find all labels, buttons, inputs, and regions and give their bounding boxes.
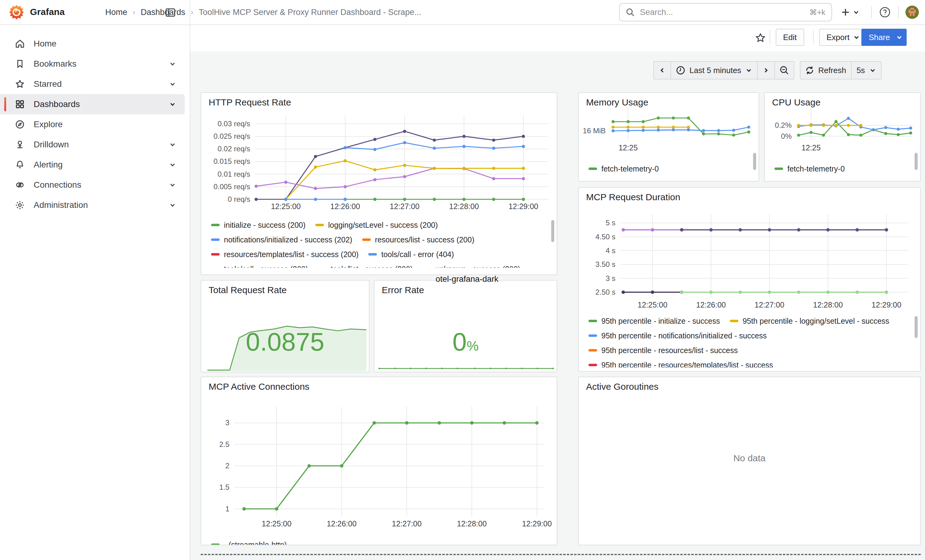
svg-text:0.2%: 0.2% [775, 121, 792, 129]
breadcrumb-home[interactable]: Home [105, 8, 127, 17]
breadcrumb-dashboards[interactable]: Dashboards [141, 8, 185, 17]
svg-text:3: 3 [226, 419, 229, 427]
panel-mcp-request-duration: MCP Request Duration 5 s4.50 s4 s3.50 s3… [578, 187, 921, 372]
legend-label: notifications/initialized - success (202… [224, 236, 353, 244]
active-indicator [4, 97, 6, 111]
sidebar-item-home[interactable]: Home [0, 34, 185, 54]
sidebar-item-dashboards[interactable]: Dashboards [0, 94, 185, 114]
legend-item[interactable]: fetch-telemetry-0 [589, 164, 659, 173]
mcp-active-connections-chart[interactable]: 32.521.5112:25:0012:26:0012:27:0012:28:0… [206, 396, 553, 536]
sidebar-item-bookmarks[interactable]: Bookmarks [0, 54, 185, 74]
panel-title[interactable]: MCP Active Connections [209, 381, 310, 392]
legend-color-chip [774, 168, 783, 170]
legend-item[interactable]: tools/call - error (404) [368, 250, 454, 259]
legend-color-chip [211, 543, 220, 545]
cpu-usage-chart[interactable]: 0.2%0%12:25 [768, 104, 917, 155]
legend-scrollbar[interactable] [551, 220, 554, 242]
sidebar-item-explore[interactable]: Explore [0, 114, 185, 135]
panel-title[interactable]: Error Rate [382, 285, 424, 295]
time-back-button[interactable] [654, 62, 671, 79]
legend-item[interactable]: tools/call - success (200) [211, 265, 308, 268]
svg-text:1.5: 1.5 [219, 483, 229, 491]
chevron-down-icon [853, 34, 860, 41]
legend-item[interactable]: resources/list - success (200) [362, 236, 475, 244]
toolbar-divider [813, 30, 814, 44]
legend-label: 95th percentile - resources/templates/li… [601, 361, 773, 368]
search-input[interactable] [639, 7, 805, 18]
panel-title[interactable]: Active Goroutines [586, 381, 658, 392]
legend-label: unknown - success (200) [435, 265, 520, 268]
legend-item[interactable]: tools/list - success (200) [318, 265, 413, 268]
sidebar-item-drilldown[interactable]: Drilldown [0, 135, 185, 155]
breadcrumb-separator: › [191, 8, 193, 17]
sidebar-item-connections[interactable]: Connections [0, 175, 185, 195]
sidebar-item-administration[interactable]: Administration [0, 195, 185, 215]
legend-item[interactable]: 95th percentile - resources/templates/li… [589, 361, 773, 368]
legend-item[interactable]: 95th percentile - notifications/initiali… [589, 331, 767, 340]
legend-item[interactable]: unknown - success (200) [422, 265, 520, 268]
legend-color-chip [368, 253, 377, 255]
datasource-float-label: otel-grafana-dark [435, 275, 499, 284]
legend-label: initialize - success (200) [224, 221, 306, 230]
star-icon [15, 79, 25, 89]
legend-scrollbar[interactable] [753, 153, 756, 170]
share-dropdown-button[interactable] [892, 29, 907, 46]
legend-item[interactable]: initialize - success (200) [211, 221, 306, 230]
memory-usage-chart[interactable]: 16 MiB12:25 [582, 104, 756, 155]
bookmark-icon [15, 59, 25, 69]
legend-item[interactable]: 95th percentile - resources/list - succe… [589, 346, 738, 355]
time-range-picker[interactable]: Last 5 minutes [671, 62, 758, 79]
legend-item[interactable]: 95th percentile - logging/setLevel - suc… [730, 317, 889, 326]
legend-color-chip [589, 364, 597, 366]
http-request-rate-chart[interactable]: 0 req/s0.005 req/s0.01 req/s0.015 req/s0… [206, 105, 553, 215]
panel-title[interactable]: Total Request Rate [209, 285, 286, 295]
sidebar-item-label: Bookmarks [34, 59, 160, 69]
sidebar-item-label: Connections [34, 180, 160, 190]
favorite-star-icon[interactable] [755, 32, 766, 44]
chevron-down-icon [169, 101, 176, 108]
help-button[interactable] [879, 3, 891, 21]
chevron-down-icon [169, 201, 176, 209]
search-icon [626, 8, 634, 17]
legend-label: tools/call - error (404) [381, 250, 454, 259]
sidebar: Home Bookmarks Starred Dashboards Explor [0, 24, 190, 560]
svg-text:16 MiB: 16 MiB [583, 126, 606, 135]
export-button[interactable]: Export [819, 29, 867, 46]
svg-text:12:26:00: 12:26:00 [330, 202, 360, 211]
legend-item[interactable]: logging/setLevel - success (200) [315, 221, 438, 230]
compass-icon [15, 119, 25, 130]
svg-text:12:26:00: 12:26:00 [696, 300, 726, 309]
dashboard-toolbar [190, 24, 925, 51]
refresh-button[interactable]: Refresh [800, 62, 851, 79]
sidebar-item-label: Drilldown [34, 140, 160, 150]
legend-item[interactable]: 95th percentile - initialize - success [589, 317, 720, 326]
memory-legend: fetch-telemetry-0 [589, 161, 741, 176]
refresh-interval-dropdown[interactable]: 5s [851, 62, 881, 79]
breadcrumb-current: ToolHive MCP Server & Proxy Runner Dashb… [199, 8, 421, 17]
legend-scrollbar[interactable] [914, 316, 917, 338]
chevron-down-icon [169, 161, 176, 168]
legend-label: 95th percentile - initialize - success [601, 317, 720, 326]
legend-scrollbar[interactable] [914, 153, 917, 170]
legend-color-chip [362, 239, 371, 241]
edit-button[interactable]: Edit [776, 29, 804, 46]
gear-icon [15, 200, 25, 210]
grafana-logo-icon[interactable] [9, 5, 24, 20]
search-box[interactable]: ⌘+k [619, 3, 832, 21]
header-divider [871, 6, 872, 18]
avatar[interactable] [905, 6, 919, 19]
sidebar-item-starred[interactable]: Starred [0, 74, 185, 94]
zoom-out-button[interactable] [775, 62, 794, 79]
legend-item[interactable]: fetch-telemetry-0 [774, 164, 845, 173]
legend-item[interactable]: resources/templates/list - success (200) [211, 250, 359, 259]
mcp-request-duration-chart[interactable]: 5 s4.50 s4 s3.50 s3 s2.50 s12:25:0012:26… [584, 207, 916, 312]
panel-title[interactable]: MCP Request Duration [586, 192, 680, 203]
add-button[interactable] [841, 3, 860, 21]
sidebar-item-alerting[interactable]: Alerting [0, 155, 185, 175]
legend-item[interactable]: - (streamable-http) [211, 540, 287, 546]
legend-item[interactable]: notifications/initialized - success (202… [211, 236, 353, 244]
clock-icon [676, 66, 685, 75]
drilldown-icon [15, 140, 25, 150]
error-rate-sparkline[interactable] [376, 361, 557, 371]
time-forward-button[interactable] [758, 62, 775, 79]
